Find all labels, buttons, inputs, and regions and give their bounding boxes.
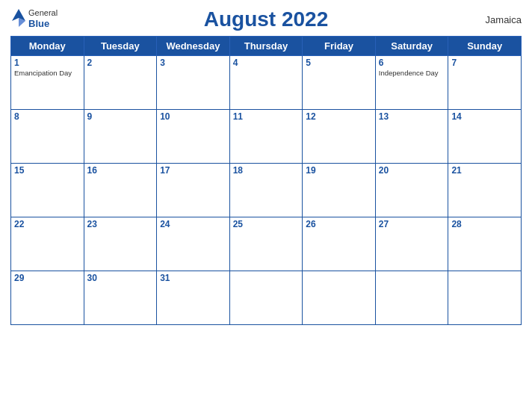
header-wednesday: Wednesday — [157, 37, 230, 56]
weekday-header-row: Monday Tuesday Wednesday Thursday Friday… — [11, 37, 522, 56]
calendar-cell: 28 — [448, 217, 522, 271]
calendar-cell: 30 — [84, 271, 157, 325]
calendar-cell: 23 — [84, 217, 157, 271]
calendar-table: Monday Tuesday Wednesday Thursday Friday… — [10, 36, 522, 325]
calendar-cell: 13 — [375, 110, 448, 164]
calendar-cell: 2 — [84, 56, 157, 110]
day-number: 18 — [233, 165, 300, 176]
day-number: 19 — [306, 165, 372, 176]
logo: General Blue — [10, 7, 58, 31]
calendar-cell: 22 — [11, 217, 84, 271]
country-label: Jamaica — [486, 14, 522, 25]
day-number: 25 — [233, 219, 300, 229]
day-number: 21 — [451, 165, 518, 176]
day-number: 23 — [87, 219, 154, 229]
calendar-cell: 21 — [448, 164, 522, 217]
day-number: 15 — [14, 165, 81, 176]
day-number: 3 — [160, 58, 226, 68]
calendar-cell: 17 — [157, 164, 230, 217]
day-number: 31 — [160, 273, 226, 283]
day-number: 29 — [14, 273, 81, 283]
calendar-cell: 16 — [84, 164, 157, 217]
header-friday: Friday — [303, 37, 376, 56]
calendar-title: August 2022 — [204, 7, 329, 31]
calendar-week-row: 293031 — [11, 271, 522, 325]
calendar-cell: 20 — [375, 164, 448, 217]
day-number: 16 — [87, 165, 154, 176]
calendar-cell — [303, 271, 376, 325]
calendar-week-row: 891011121314 — [11, 110, 522, 164]
calendar-week-row: 22232425262728 — [11, 217, 522, 271]
day-number: 24 — [160, 219, 226, 229]
day-number: 28 — [451, 219, 518, 229]
header-monday: Monday — [11, 37, 84, 56]
page: General Blue August 2022 Jamaica Monday … — [0, 0, 532, 411]
day-number: 14 — [451, 111, 518, 122]
day-number: 22 — [14, 219, 81, 229]
calendar-cell — [375, 271, 448, 325]
calendar-cell: 7 — [448, 56, 522, 110]
day-number: 11 — [233, 111, 300, 122]
calendar-cell: 4 — [229, 56, 303, 110]
day-number: 12 — [306, 111, 372, 122]
holiday-name: Independence Day — [379, 69, 445, 78]
calendar-cell: 1Emancipation Day — [11, 56, 84, 110]
logo-blue: Blue — [28, 18, 58, 30]
calendar-cell: 5 — [303, 56, 376, 110]
day-number: 8 — [14, 111, 81, 122]
calendar-week-row: 15161718192021 — [11, 164, 522, 217]
calendar-cell: 10 — [157, 110, 230, 164]
header-tuesday: Tuesday — [84, 37, 157, 56]
day-number: 26 — [306, 219, 372, 229]
calendar-week-row: 1Emancipation Day23456Independence Day7 — [11, 56, 522, 110]
calendar-cell: 15 — [11, 164, 84, 217]
day-number: 7 — [451, 58, 518, 68]
logo-general: General — [28, 8, 58, 18]
logo-bird-icon — [10, 7, 27, 31]
calendar-cell: 9 — [84, 110, 157, 164]
holiday-name: Emancipation Day — [14, 69, 81, 78]
day-number: 10 — [160, 111, 226, 122]
header-thursday: Thursday — [229, 37, 303, 56]
header-saturday: Saturday — [375, 37, 448, 56]
calendar-cell: 8 — [11, 110, 84, 164]
calendar-cell: 31 — [157, 271, 230, 325]
calendar-cell: 25 — [229, 217, 303, 271]
day-number: 13 — [379, 111, 445, 122]
day-number: 1 — [14, 58, 81, 68]
day-number: 9 — [87, 111, 154, 122]
day-number: 2 — [87, 58, 154, 68]
logo-words: General Blue — [28, 8, 58, 30]
day-number: 4 — [233, 58, 300, 68]
header-sunday: Sunday — [448, 37, 522, 56]
day-number: 27 — [379, 219, 445, 229]
day-number: 20 — [379, 165, 445, 176]
day-number: 5 — [306, 58, 372, 68]
calendar-cell: 26 — [303, 217, 376, 271]
day-number: 6 — [379, 58, 445, 68]
calendar-cell: 19 — [303, 164, 376, 217]
calendar-cell — [448, 271, 522, 325]
day-number: 30 — [87, 273, 154, 283]
calendar-cell — [229, 271, 303, 325]
calendar-cell: 6Independence Day — [375, 56, 448, 110]
day-number: 17 — [160, 165, 226, 176]
calendar-cell: 18 — [229, 164, 303, 217]
calendar-cell: 29 — [11, 271, 84, 325]
calendar-cell: 3 — [157, 56, 230, 110]
calendar-cell: 12 — [303, 110, 376, 164]
calendar-cell: 11 — [229, 110, 303, 164]
header: General Blue August 2022 Jamaica — [10, 7, 522, 31]
calendar-cell: 24 — [157, 217, 230, 271]
calendar-cell: 27 — [375, 217, 448, 271]
calendar-cell: 14 — [448, 110, 522, 164]
